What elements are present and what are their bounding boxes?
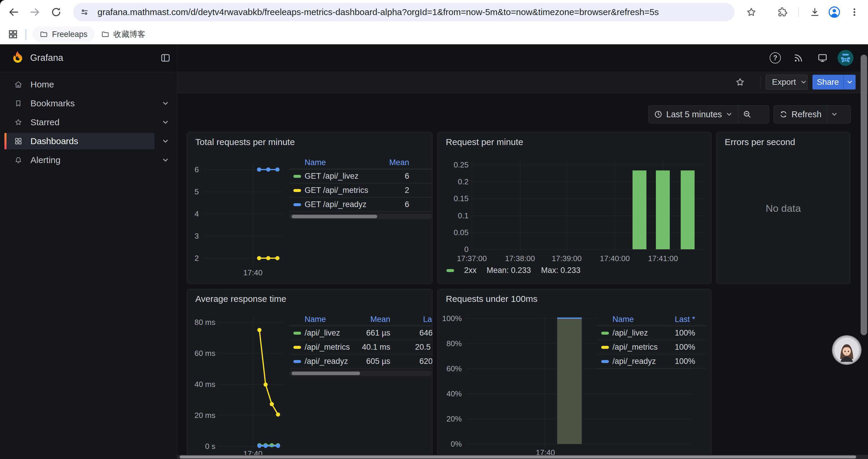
side-panel-button[interactable] xyxy=(6,28,20,41)
refresh-button[interactable]: Refresh xyxy=(774,105,827,123)
screen: grafana.mathmast.com/d/deytv4rwavabkb/fr… xyxy=(0,0,868,459)
dashboard-header-strip xyxy=(177,71,868,93)
legend-scrollbar[interactable] xyxy=(289,371,432,376)
y-axis-label: 20 ms xyxy=(187,411,215,420)
panel-title[interactable]: Request per minute xyxy=(446,137,523,147)
series-value: 6 xyxy=(289,198,409,211)
legend-scrollbar[interactable] xyxy=(289,214,432,219)
legend-row[interactable]: /api/_metrics100% xyxy=(597,340,706,355)
y-axis-label: 4 xyxy=(187,209,199,218)
sidebar-item-bookmarks[interactable]: Bookmarks xyxy=(4,95,155,112)
legend-row[interactable]: GET /api/_livez6 xyxy=(289,169,432,184)
browser-back-button[interactable] xyxy=(7,6,20,19)
legend-row[interactable]: /api/_readyz605 µs620 µs xyxy=(289,355,432,369)
news-button[interactable] xyxy=(790,44,807,71)
favorite-dashboard-button[interactable] xyxy=(734,76,747,89)
bookmark-folder-freeleaps[interactable]: Freeleaps xyxy=(32,27,95,42)
horizontal-scrollbar-thumb[interactable] xyxy=(180,455,856,458)
y-axis-label: 5 xyxy=(187,187,199,196)
sidebar-item-label: Dashboards xyxy=(30,133,78,150)
browser-toolbar: grafana.mathmast.com/d/deytv4rwavabkb/fr… xyxy=(0,0,868,24)
sidebar-item-dashboards[interactable]: Dashboards xyxy=(4,133,155,150)
star-icon xyxy=(735,77,745,87)
y-axis-label: 0.1 xyxy=(438,211,469,220)
panel-title[interactable]: Total requests per minute xyxy=(195,137,295,147)
gridline xyxy=(219,353,282,354)
time-range-button[interactable]: Last 5 minutes xyxy=(649,105,738,123)
column-header-value[interactable]: Last * xyxy=(597,313,695,326)
legend-row[interactable]: /api/_livez100% xyxy=(597,326,706,340)
browser-forward-button[interactable] xyxy=(28,6,41,19)
zoom-out-button[interactable] xyxy=(738,105,756,123)
sidebar-item-home[interactable]: Home xyxy=(4,76,155,93)
legend-row[interactable]: GET /api/_readyz6 xyxy=(289,198,432,212)
refresh-label: Refresh xyxy=(792,109,822,119)
toolbar-divider xyxy=(761,76,761,88)
browser-reload-button[interactable] xyxy=(50,6,63,19)
y-axis-label: 2 xyxy=(187,254,199,263)
panel-total-requests-per-minute: Total requests per minute NameMeanGET /a… xyxy=(187,132,433,284)
chevron-down-icon[interactable] xyxy=(162,100,169,107)
bar-2xx xyxy=(681,170,694,249)
export-button[interactable]: Export xyxy=(766,75,807,90)
arrow-right-icon xyxy=(29,6,41,18)
export-label: Export xyxy=(772,77,796,87)
user-menu-button[interactable] xyxy=(837,44,854,71)
legend-row[interactable]: /api/_metrics40.1 ms20.5 ms xyxy=(289,340,432,355)
legend-scrollbar-thumb[interactable] xyxy=(291,215,377,218)
x-axis-label: 17:41:00 xyxy=(637,254,689,263)
rss-icon xyxy=(793,53,804,63)
sidebar-item-alerting[interactable]: Alerting xyxy=(4,152,155,168)
chevron-down-icon xyxy=(831,111,838,118)
legend-table-header: NameMean xyxy=(289,156,432,169)
kiosk-mode-button[interactable] xyxy=(814,44,831,71)
legend-row[interactable]: /api/_readyz100% xyxy=(597,355,706,369)
x-axis-label: 17:40 xyxy=(226,268,279,277)
share-label: Share xyxy=(817,77,839,87)
y-axis-label: 60% xyxy=(438,364,462,373)
x-axis-label: 17:37:00 xyxy=(445,254,498,263)
panel-request-per-minute: Request per minute 2xxMean: 0.233Max: 0.… xyxy=(437,132,711,284)
series-value: 620 µs xyxy=(289,355,433,368)
share-menu-button[interactable] xyxy=(843,75,856,90)
reload-icon xyxy=(50,6,62,18)
sidebar-item-starred[interactable]: Starred xyxy=(4,114,155,131)
y-axis-label: 0% xyxy=(438,439,462,448)
browser-menu-button[interactable] xyxy=(847,5,862,19)
bookmark-folder-blogs[interactable]: 收藏博客 xyxy=(97,27,149,42)
legend-row[interactable]: /api/_livez661 µs646 µs xyxy=(289,326,432,340)
gridline xyxy=(472,165,704,165)
legend-scrollbar-thumb[interactable] xyxy=(291,371,360,375)
panel-title[interactable]: Average response time xyxy=(195,294,286,304)
refresh-interval-button[interactable] xyxy=(827,105,841,123)
column-header-value[interactable]: Mean xyxy=(289,156,409,169)
help-button[interactable]: ? xyxy=(767,44,783,71)
legend-series-name[interactable]: 2xx xyxy=(464,266,476,275)
profile-icon xyxy=(828,6,840,18)
share-button[interactable]: Share xyxy=(812,75,843,90)
site-info-icon[interactable] xyxy=(80,7,89,17)
gridline xyxy=(219,446,282,447)
extensions-button[interactable] xyxy=(775,5,789,19)
y-axis-label: 0.15 xyxy=(438,194,469,203)
grafana-logo[interactable] xyxy=(10,50,25,66)
floating-assistant-avatar[interactable] xyxy=(833,336,861,364)
column-header-value[interactable]: Last * xyxy=(289,313,433,326)
vertical-scrollbar[interactable] xyxy=(861,55,867,335)
profile-button[interactable] xyxy=(827,5,841,19)
chart-legend: 2xxMean: 0.233Max: 0.233 xyxy=(446,266,581,275)
address-bar[interactable]: grafana.mathmast.com/d/deytv4rwavabkb/fr… xyxy=(73,3,735,21)
time-range-controls: Last 5 minutes xyxy=(648,105,769,124)
chevron-down-icon[interactable] xyxy=(162,137,169,145)
legend-row[interactable]: GET /api/_metrics2 xyxy=(289,184,432,198)
girl-avatar-icon xyxy=(833,336,861,364)
y-axis-label: 0 xyxy=(438,245,469,254)
chevron-down-icon[interactable] xyxy=(162,156,169,164)
panel-title[interactable]: Errors per second xyxy=(725,137,795,147)
chevron-down-icon[interactable] xyxy=(162,119,169,126)
panel-title[interactable]: Requests under 100ms xyxy=(446,294,537,304)
dock-menu-button[interactable] xyxy=(159,52,172,64)
downloads-button[interactable] xyxy=(808,5,822,19)
bookmark-star-button[interactable] xyxy=(744,5,758,19)
bar-top-line xyxy=(557,318,582,319)
